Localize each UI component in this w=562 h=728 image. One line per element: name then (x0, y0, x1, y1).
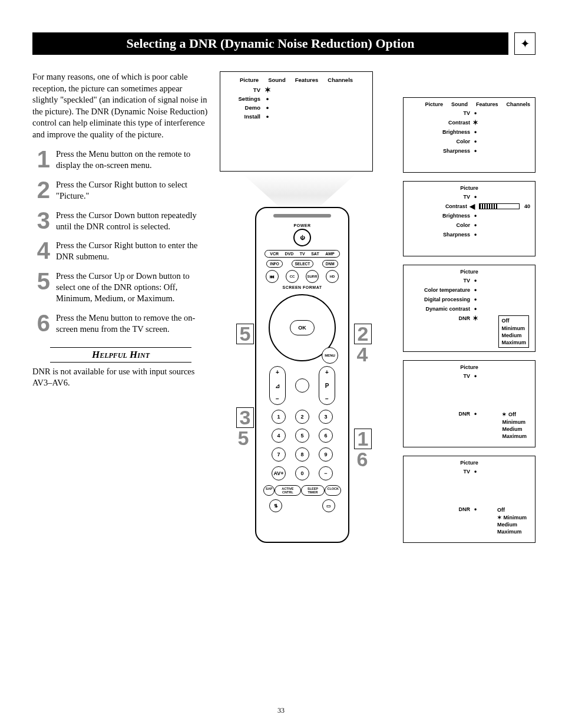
mode-btn[interactable]: SAT (311, 252, 319, 256)
num-button[interactable]: 1 (272, 410, 286, 424)
pip-button[interactable]: ▭ (322, 499, 335, 512)
hd-button[interactable]: HD (326, 270, 339, 283)
osd-item: Demo (225, 104, 260, 111)
power-button[interactable]: ⏻ (293, 229, 311, 246)
callout-5b: 5 (236, 430, 250, 447)
step-4: 4 Press the Cursor Right button to enter… (32, 240, 209, 262)
osd-item: Contrast (408, 203, 467, 209)
mode-btn[interactable]: DVD (285, 252, 294, 256)
num-button[interactable]: 0 (295, 466, 309, 480)
info-button[interactable]: INFO (266, 260, 283, 268)
av-button[interactable]: AV+ (272, 466, 286, 480)
osd-item: DNR (408, 411, 470, 417)
osd-item: Brightness (408, 129, 470, 135)
rewind-button[interactable]: ⏮ (266, 270, 279, 283)
osd-item: Install (225, 113, 260, 120)
num-button[interactable]: 3 (319, 410, 333, 424)
num-button[interactable]: 2 (295, 410, 309, 424)
select-button[interactable]: SELECT (292, 260, 314, 268)
dnr-opt: Maximum (501, 339, 526, 346)
active-ctrl-button[interactable]: ACTIVE CNTRL (275, 485, 300, 496)
pip-swap-button[interactable]: ⇅ (269, 499, 282, 512)
osd-item: Sharpness (408, 232, 470, 238)
step-number: 5 (32, 271, 50, 304)
surr-button[interactable]: SURR (306, 270, 319, 283)
num-button[interactable]: 5 (295, 429, 309, 443)
osd-tab: Picture (425, 101, 443, 107)
dnr-options: Off ✶ Minimum Medium Maximum (495, 505, 529, 536)
page-title: Selecting a DNR (Dynamic Noise Reduction… (32, 32, 508, 55)
program-rocker[interactable]: +P− (319, 366, 335, 405)
step-list: 1 Press the Menu button on the remote to… (32, 149, 209, 334)
cursor-pad[interactable]: OK MENU (269, 294, 336, 361)
osd-heading: Picture (460, 185, 478, 191)
sleep-button[interactable]: SLEEP TIMER (301, 485, 325, 496)
step-number: 6 (32, 312, 50, 335)
callout-2: 2 (354, 324, 372, 344)
mode-strip[interactable]: VCR DVD TV SAT AMP (265, 250, 340, 258)
mute-button[interactable] (295, 378, 309, 393)
contrast-slider (479, 203, 520, 209)
mode-btn[interactable]: AMP (325, 252, 335, 256)
remote-control: POWER ⏻ VCR DVD TV SAT AMP INFO SELECT D… (255, 207, 349, 543)
dnr-opt: Off (508, 411, 516, 417)
mode-btn[interactable]: TV (300, 252, 305, 256)
osd-tab: Features (476, 101, 498, 107)
contrast-value: 40 (524, 203, 530, 209)
menu-button[interactable]: MENU (322, 347, 338, 364)
osd-tab: Channels (506, 101, 530, 107)
step-number: 4 (32, 240, 50, 262)
dnr-opt: Medium (501, 332, 526, 339)
volume-rocker[interactable]: +⊿− (269, 366, 286, 405)
callout-5a: 5 (236, 324, 254, 344)
ir-window (273, 214, 331, 218)
num-button[interactable]: 4 (272, 429, 286, 443)
osd-tab: Features (295, 77, 319, 83)
osd-item: Color (408, 139, 470, 144)
osd-item: Digital processing (408, 297, 470, 302)
prog-label: P (325, 383, 329, 389)
step-number: 3 (32, 210, 50, 232)
dnm-button[interactable]: DNM (322, 260, 338, 268)
osd-item: DNR (408, 315, 470, 321)
ok-button[interactable]: OK (290, 320, 315, 335)
callout-3: 3 (236, 407, 254, 428)
sap-button[interactable]: SAP (263, 485, 275, 496)
num-button[interactable]: 9 (319, 447, 333, 462)
osd-heading: Picture (460, 460, 478, 466)
dash-button[interactable]: − (319, 466, 333, 480)
step-number: 2 (32, 179, 50, 202)
mode-btn[interactable]: VCR (270, 252, 279, 256)
num-button[interactable]: 6 (319, 429, 333, 443)
diagram-area: Picture Sound Features Channels TV✶ Sett… (220, 71, 535, 388)
step-text: Press the Menu button on the remote to d… (56, 149, 209, 171)
osd-item: TV (408, 278, 470, 284)
dnr-opt: Medium (497, 521, 527, 528)
dnr-opt: Off (501, 317, 526, 324)
num-button[interactable]: 8 (295, 447, 309, 462)
dnr-opt: Minimum (502, 419, 527, 426)
hint-title: Helpful Hint (50, 347, 191, 363)
intro-paragraph: For many reasons, one of which is poor c… (32, 71, 209, 140)
osd-screen-dnr-minimum: Picture TV• DNR• Off ✶ Minimum Medium Ma… (403, 456, 535, 543)
osd-item: Color (408, 222, 470, 228)
osd-screen-dnr-select: Picture TV• Color temperature• Digital p… (403, 265, 535, 352)
power-label: POWER (261, 223, 343, 228)
page-number: 33 (0, 706, 562, 715)
osd-item: Sharpness (408, 148, 470, 154)
dnr-opt: Maximum (497, 528, 527, 535)
osd-screen-contrast: Picture TV• Contrast ◀ 40 Brightness• Co… (403, 181, 535, 256)
cursor-icon: ✶ (502, 411, 507, 417)
osd-item: TV (408, 373, 470, 379)
cursor-icon: ✶ (264, 85, 271, 94)
osd-item: TV (408, 469, 470, 475)
cursor-icon: ✶ (472, 315, 478, 322)
num-button[interactable]: 7 (272, 447, 286, 462)
clock-button[interactable]: CLOCK (325, 485, 341, 496)
dnr-opt: Maximum (502, 433, 527, 440)
step-text: Press the Cursor Right button to select … (56, 179, 209, 202)
osd-item: Brightness (408, 213, 470, 219)
cc-button[interactable]: CC (286, 270, 299, 283)
osd-item: TV (225, 87, 260, 93)
vol-icon: ⊿ (275, 383, 280, 389)
